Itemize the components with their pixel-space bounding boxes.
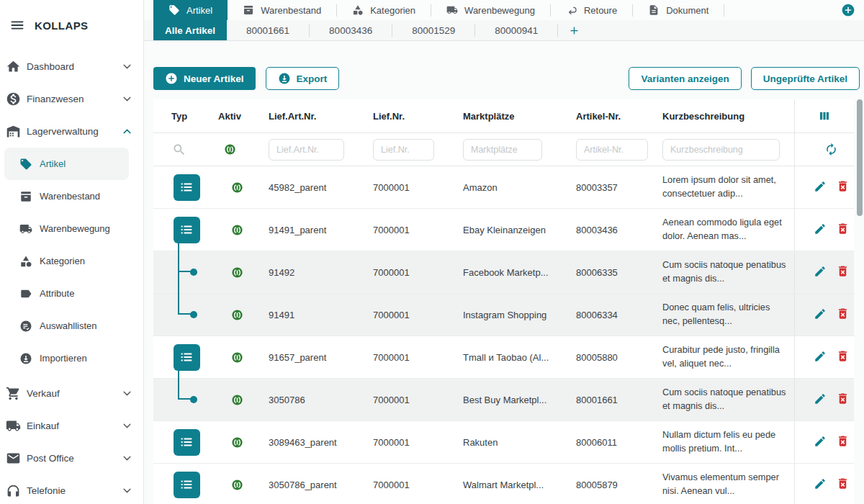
edit-icon[interactable]: [814, 265, 827, 278]
show-variants-button[interactable]: Varianten anzeigen: [629, 67, 741, 90]
delete-icon[interactable]: [836, 349, 850, 363]
filter-marktplaetze-input[interactable]: [463, 139, 542, 161]
export-button[interactable]: Export: [266, 67, 340, 90]
warehouse-icon: [6, 124, 21, 139]
filter-kurzbeschreibung-input[interactable]: [662, 139, 780, 161]
cell-lief-art-nr: 3089463_parent: [254, 421, 359, 464]
export-download-icon: [278, 72, 291, 85]
delete-icon[interactable]: [836, 307, 850, 320]
delete-icon[interactable]: [836, 477, 850, 490]
edit-icon[interactable]: [814, 435, 827, 448]
tab-dokument[interactable]: Dokument: [633, 0, 724, 20]
sidebar-item-warenbewegung[interactable]: Warenbewegung: [0, 212, 143, 245]
tab-label: Warenbestand: [261, 5, 321, 16]
subtab-article-1[interactable]: 80001661: [227, 20, 309, 40]
column-header-lief-nr[interactable]: Lief.Nr.: [359, 99, 449, 133]
tab-warenbewegung[interactable]: Warenbewegung: [431, 0, 550, 20]
table-row: 91491_parent 7000001 Ebay Kleinanzeigen …: [153, 209, 854, 251]
delete-icon[interactable]: [836, 222, 850, 235]
app-window: KOLLAPS Dashboard Finanzwesen Lagerverwa…: [0, 0, 864, 504]
refresh-icon[interactable]: [824, 143, 838, 156]
cell-lief-art-nr: 3050786_parent: [254, 464, 359, 504]
active-status-icon: [231, 394, 243, 406]
variant-list-button[interactable]: [174, 429, 200, 456]
sidebar-item-finanzwesen[interactable]: Finanzwesen: [0, 83, 143, 115]
delete-icon[interactable]: [836, 434, 850, 448]
cell-artikel-nr: 80005879: [562, 464, 648, 504]
toolbar: Neuer Artikel Export Varianten anzeigen …: [153, 67, 860, 90]
cell-kurzbeschreibung: Curabitur pede justo, fringilla vel, ali…: [662, 341, 794, 373]
sidebar-item-einkauf[interactable]: Einkauf: [0, 410, 143, 442]
active-filter-toggle-icon[interactable]: [224, 143, 236, 156]
menu-icon[interactable]: [9, 17, 25, 33]
edit-icon[interactable]: [814, 350, 827, 363]
tab-retoure[interactable]: Retoure: [551, 0, 632, 20]
cell-lief-art-nr: 91491_parent: [254, 209, 359, 251]
vertical-scrollbar[interactable]: [857, 99, 863, 216]
button-label: Ungeprüfte Artikel: [763, 73, 847, 84]
column-header-marktplaetze[interactable]: Marktplätze: [449, 99, 562, 133]
column-header-artikel-nr[interactable]: Artikel-Nr.: [562, 99, 648, 133]
unchecked-articles-button[interactable]: Ungeprüfte Artikel: [751, 67, 860, 90]
sidebar-item-auswahllisten[interactable]: Auswahllisten: [0, 310, 143, 342]
subtab-article-3[interactable]: 80001529: [392, 20, 474, 40]
tab-kategorien[interactable]: Kategorien: [337, 0, 431, 20]
sidebar-item-lagerverwaltung[interactable]: Lagerverwaltung: [0, 115, 143, 148]
variant-list-button[interactable]: [174, 174, 200, 201]
sidebar-item-dashboard[interactable]: Dashboard: [0, 50, 143, 83]
subtab-article-2[interactable]: 80003436: [310, 20, 392, 40]
delete-icon[interactable]: [836, 179, 850, 193]
cell-artikel-nr: 80006334: [562, 294, 648, 336]
truck-icon: [6, 418, 21, 433]
tree-node-dot: [190, 269, 197, 276]
delete-icon[interactable]: [836, 264, 850, 278]
cell-kurzbeschreibung: Lorem ipsum dolor sit amet, consectetuer…: [662, 171, 794, 203]
sidebar-item-warenbestand[interactable]: Warenbestand: [0, 180, 143, 212]
delete-icon[interactable]: [836, 392, 850, 405]
tree-node-dot: [190, 396, 197, 403]
add-module-tab-button[interactable]: [841, 3, 855, 17]
button-label: Neuer Artikel: [184, 73, 244, 84]
tab-artikel[interactable]: Artikel: [153, 0, 228, 20]
column-header-kurzbeschreibung[interactable]: Kurzbeschreibung: [648, 99, 794, 133]
sidebar-item-label: Importieren: [40, 353, 87, 364]
sidebar-item-importieren[interactable]: Importieren: [0, 342, 143, 374]
columns-icon[interactable]: [818, 109, 831, 122]
variant-list-button[interactable]: [174, 472, 200, 498]
filter-lief-nr-input[interactable]: [373, 139, 434, 161]
sidebar-item-artikel[interactable]: Artikel: [4, 148, 129, 180]
subtab-alle-artikel[interactable]: Alle Artikel: [153, 20, 227, 40]
column-header-typ[interactable]: Typ: [153, 99, 205, 133]
sidebar-item-kategorien[interactable]: Kategorien: [0, 245, 143, 277]
sidebar-item-post-office[interactable]: Post Office: [0, 442, 143, 474]
cell-lief-art-nr: 3050786: [254, 379, 359, 421]
edit-icon[interactable]: [814, 180, 827, 193]
column-header-lief-art-nr[interactable]: Lief.Art.Nr.: [254, 99, 359, 133]
sidebar-item-attribute[interactable]: Attribute: [0, 277, 143, 310]
sidebar-item-label: Auswahllisten: [40, 320, 97, 331]
headset-icon: [6, 483, 21, 498]
cart-icon: [6, 386, 21, 401]
subtab-label: 80000941: [495, 25, 538, 36]
edit-icon[interactable]: [814, 307, 827, 320]
variant-list-button[interactable]: [174, 217, 200, 243]
tree-node-dot: [190, 311, 197, 318]
cell-kurzbeschreibung: Nullam dictum felis eu pede mollis preti…: [662, 426, 794, 458]
add-article-tab-button[interactable]: [558, 20, 590, 40]
variant-list-button[interactable]: [174, 344, 200, 371]
edit-icon[interactable]: [814, 222, 827, 235]
subtab-article-4[interactable]: 80000941: [475, 20, 557, 40]
tree-connector: [178, 272, 179, 294]
edit-icon[interactable]: [814, 392, 827, 405]
sidebar-item-telefonie[interactable]: Telefonie: [0, 474, 143, 504]
filter-lief-art-nr-input[interactable]: [269, 139, 344, 161]
sidebar-item-verkauf[interactable]: Verkauf: [0, 377, 143, 410]
column-header-aktiv[interactable]: Aktiv: [205, 99, 254, 133]
sidebar-item-label: Telefonie: [27, 485, 66, 496]
filter-artikel-nr-input[interactable]: [576, 139, 648, 161]
cell-marktplatz: Ebay Kleinanzeigen: [449, 209, 562, 251]
tab-warenbestand[interactable]: Warenbestand: [228, 0, 336, 20]
document-icon: [648, 4, 660, 16]
new-article-button[interactable]: Neuer Artikel: [153, 67, 256, 90]
edit-icon[interactable]: [814, 477, 827, 490]
